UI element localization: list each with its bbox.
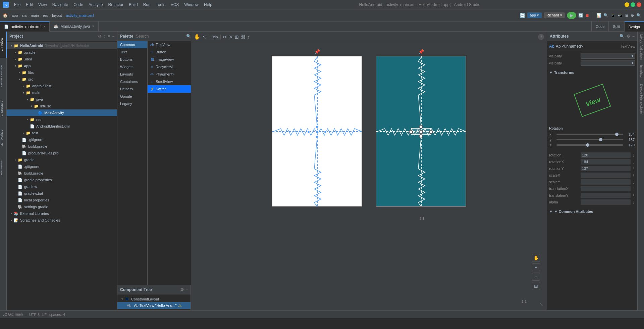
tree-gradlew[interactable]: 📄 gradlew xyxy=(7,183,117,190)
sidebar-tab-favorites[interactable]: 2: Favorites xyxy=(0,123,7,152)
attr-input-scalex[interactable] xyxy=(581,173,631,178)
tree-buildgradle-app[interactable]: 🐘 build.gradle xyxy=(7,143,117,150)
canvas-tool-guidelines[interactable]: ↕ xyxy=(248,34,250,40)
tree-mainactivity[interactable]: 🔵 MainActivity xyxy=(7,109,117,116)
tree-localprops[interactable]: 📄 local.properties xyxy=(7,197,117,203)
tool3[interactable]: 📱 xyxy=(610,13,615,18)
palette-item-recyclerview[interactable]: ≡ RecyclerVi... xyxy=(148,63,191,70)
attr-search-icon[interactable]: 🔍 xyxy=(620,34,625,39)
attr-input-translationx[interactable] xyxy=(581,186,631,191)
rebuild-icon[interactable]: 🔄 xyxy=(578,13,583,18)
sidebar-tab-emulator[interactable]: Emulator xyxy=(638,62,644,81)
tree-gitignore-app[interactable]: 📄 .gitignore xyxy=(7,136,117,143)
tree-manifest[interactable]: 📄 AndroidManifest.xml xyxy=(7,123,117,130)
tree-test-arrow[interactable]: ▸ xyxy=(21,131,25,135)
sidebar-tab-device-explorer[interactable]: Device File Explorer xyxy=(638,81,644,116)
attr-scalex-overflow[interactable]: ⋮ xyxy=(632,174,635,177)
sidebar-tab-resource[interactable]: Resource Manager xyxy=(0,58,7,94)
tool2[interactable]: 🔍 xyxy=(603,13,608,18)
tree-scratches[interactable]: ▸ 📝 Scratches and Consoles xyxy=(7,217,117,224)
palette-search-input[interactable] xyxy=(136,34,186,39)
tree-gradle-hidden[interactable]: ▸ 📁 .gradle xyxy=(7,49,117,56)
bc-app[interactable]: app xyxy=(12,13,18,17)
attr-rotation-overflow[interactable]: ⋮ xyxy=(632,153,635,157)
maximize-button[interactable]: □ xyxy=(631,2,635,7)
handle-top-1[interactable] xyxy=(315,125,319,129)
handle-bottom-1[interactable] xyxy=(315,135,319,139)
menu-file[interactable]: File xyxy=(11,2,23,8)
tree-extlibs-arrow[interactable]: ▸ xyxy=(9,212,13,215)
minimize-button[interactable]: − xyxy=(625,2,629,7)
account-selector[interactable]: Richard ▾ xyxy=(544,12,565,18)
attr-settings-icon[interactable]: ⚙ xyxy=(627,34,630,39)
palette-cat-legacy[interactable]: Legacy xyxy=(117,100,147,107)
menu-view[interactable]: View xyxy=(36,2,50,8)
handle-right-2[interactable] xyxy=(429,130,433,134)
tree-settingsgradle[interactable]: 🐘 settings.gradle xyxy=(7,203,117,210)
menu-build[interactable]: Build xyxy=(126,2,141,8)
palette-item-textview[interactable]: Ab TextView xyxy=(148,41,191,48)
canvas-tool-chain[interactable]: ⛓ xyxy=(241,34,246,40)
tab-main-activity-close[interactable]: × xyxy=(92,25,94,28)
tree-gradle-folder-arrow[interactable]: ▸ xyxy=(13,158,17,161)
bc-main[interactable]: main xyxy=(31,13,39,17)
sidebar-tab-project[interactable]: 1: Project xyxy=(0,32,7,58)
tree-gradle-arrow[interactable]: ▸ xyxy=(13,51,17,54)
slider-y-thumb[interactable] xyxy=(599,138,602,141)
tree-scratches-arrow[interactable]: ▸ xyxy=(9,219,13,222)
sidebar-tab-build[interactable]: Build Variants xyxy=(0,152,7,182)
tree-root-arrow[interactable]: ▾ xyxy=(9,44,13,47)
transforms-collapse-icon[interactable]: ▼ xyxy=(549,70,553,75)
component-item-textview[interactable]: Ab Ab TextView "Hello And..." ⚠ xyxy=(117,302,191,309)
menu-code[interactable]: Code xyxy=(71,2,86,8)
tree-main[interactable]: ▾ 📁 main xyxy=(7,89,117,96)
attr-translationy-overflow[interactable]: ⋮ xyxy=(632,194,635,197)
search-button[interactable]: 🔍 xyxy=(636,13,641,18)
attr-input-rotationx[interactable] xyxy=(581,159,631,164)
tree-proguard[interactable]: 📄 proguard-rules.pro xyxy=(7,150,117,156)
palette-cat-buttons[interactable]: Buttons xyxy=(117,56,147,63)
tab-split[interactable]: Split xyxy=(609,21,624,32)
tree-lntu-arrow[interactable]: ▾ xyxy=(30,104,34,108)
tree-gradle-folder[interactable]: ▸ 📁 gradle xyxy=(7,156,117,163)
tree-androidtest-arrow[interactable]: ▸ xyxy=(21,84,25,88)
tree-extlibs[interactable]: ▸ 📚 External Libraries xyxy=(7,210,117,217)
attr-alpha-overflow[interactable]: ⋮ xyxy=(632,200,635,204)
component-item-constraintlayout[interactable]: ▾ ⊞ ConstraintLayout xyxy=(117,296,191,302)
tab-activity-main[interactable]: 📄 activity_main.xml × xyxy=(0,21,50,32)
palette-cat-helpers[interactable]: Helpers xyxy=(117,85,147,93)
tree-libs-arrow[interactable]: ▸ xyxy=(17,71,21,74)
tree-app[interactable]: ▾ 📁 app xyxy=(7,62,117,69)
attr-translationx-overflow[interactable]: ⋮ xyxy=(632,187,635,191)
slider-x-track[interactable] xyxy=(556,134,623,135)
attr-input-translationy[interactable] xyxy=(581,193,631,198)
palette-cat-google[interactable]: Google xyxy=(117,93,147,100)
tree-src[interactable]: ▾ 📁 src xyxy=(7,76,117,83)
menu-navigate[interactable]: Navigate xyxy=(50,2,71,8)
component-constraintlayout-arrow[interactable]: ▾ xyxy=(120,297,124,301)
stop-icon[interactable]: ⏹ xyxy=(585,13,589,18)
tab-main-activity[interactable]: ☕ MainActivity.java × xyxy=(50,21,98,32)
tool4[interactable]: 📲 xyxy=(618,13,623,18)
tree-lntu[interactable]: ▾ 📁 lntu.sc xyxy=(7,103,117,109)
tree-gradleprops[interactable]: 📄 gradle.properties xyxy=(7,177,117,183)
tab-design[interactable]: Design xyxy=(625,21,644,32)
tree-libs[interactable]: ▸ 📁 libs xyxy=(7,69,117,76)
sync-icon[interactable]: 🔄 xyxy=(520,13,525,18)
handle-left-2[interactable] xyxy=(409,130,413,134)
canvas-offset-selector[interactable]: 0dp xyxy=(209,34,221,40)
slider-y-track[interactable] xyxy=(556,139,623,140)
tab-code[interactable]: Code xyxy=(592,21,609,32)
attr-scaley-overflow[interactable]: ⋮ xyxy=(632,180,635,184)
zoom-fit-btn[interactable]: ⊞ xyxy=(532,282,540,290)
attr-input-alpha[interactable] xyxy=(581,199,631,205)
attr-dropdown-visibility2[interactable]: ▾ xyxy=(581,60,635,66)
menu-analyze[interactable]: Analyze xyxy=(86,2,106,8)
tree-java[interactable]: ▾ 📁 java xyxy=(7,96,117,103)
attr-close-icon[interactable]: − xyxy=(632,34,635,39)
menu-tools[interactable]: Tools xyxy=(153,2,168,8)
tree-src-arrow[interactable]: ▾ xyxy=(17,78,21,81)
component-tree-settings[interactable]: ⚙ xyxy=(180,287,184,292)
phone-mockup-2[interactable] xyxy=(376,56,466,207)
tree-res[interactable]: ▸ 📁 res xyxy=(7,116,117,123)
